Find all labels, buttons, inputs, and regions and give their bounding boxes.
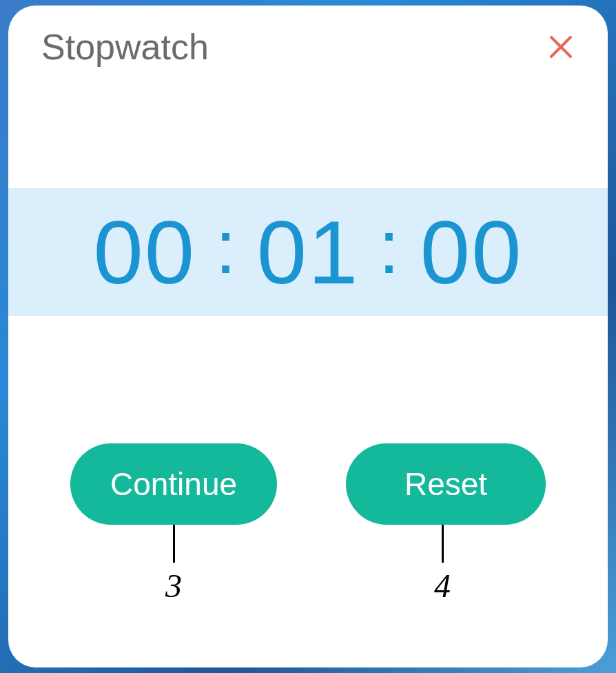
continue-button[interactable]: Continue (70, 443, 277, 525)
time-seconds: 00 (420, 208, 523, 297)
annotation-left: 3 (74, 525, 274, 605)
time-minutes: 01 (257, 208, 360, 297)
time-display: 00 : 01 : 00 (94, 208, 523, 297)
annotation-label-left: 3 (165, 567, 182, 605)
annotation-right: 4 (342, 525, 542, 605)
app-title: Stopwatch (41, 26, 209, 68)
annotation-label-right: 4 (434, 567, 451, 605)
time-hours: 00 (94, 208, 196, 297)
stopwatch-card: Stopwatch 00 : 01 : 00 Continue Reset 3 … (8, 6, 608, 667)
time-separator: : (378, 209, 401, 285)
header: Stopwatch (8, 6, 608, 68)
annotation-connector (173, 525, 175, 563)
buttons-row: Continue Reset (8, 443, 608, 525)
close-icon[interactable] (547, 33, 575, 61)
time-separator: : (215, 209, 238, 285)
reset-button[interactable]: Reset (346, 443, 546, 525)
annotations-row: 3 4 (8, 525, 608, 605)
close-icon-svg (547, 33, 575, 61)
time-display-strip: 00 : 01 : 00 (8, 188, 608, 316)
annotation-connector (442, 525, 444, 563)
